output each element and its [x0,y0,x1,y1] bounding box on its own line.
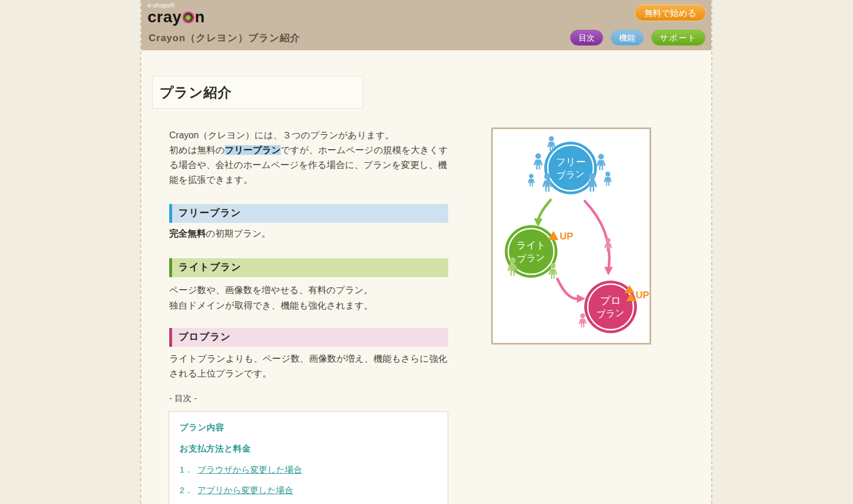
pro-plan-description: ライトプランよりも、ページ数、画像数が増え、機能もさらに強化される上位プランです… [169,351,455,381]
toc-label: - 目次 - [169,393,197,404]
toc-heading-payment[interactable]: お支払方法と料金 [180,443,437,454]
svg-text:UP: UP [560,231,573,242]
toc-link-app-change[interactable]: アプリから変更した場合 [197,485,293,495]
intro-body: 初めは無料のフリープランですが、ホームページの規模を大きくする場合や、会社のホー… [169,143,455,187]
toc-list-item: 1．ブラウザから変更した場合 [180,465,437,475]
pro-plan-heading: プロプラン [169,328,448,347]
free-plan-highlight: フリープラン [225,145,281,155]
free-plan-description: 完全無料の初期プラン。 [169,228,271,240]
browser-viewport: e-shops® crayn Crayon（クレヨン）プラン紹介 無料で始める … [0,0,853,504]
svg-text:プロ: プロ [600,295,621,306]
toc-list-item: 2．アプリから変更した場合 [180,485,437,496]
free-plan-heading: フリープラン [169,204,448,223]
nav-features-button[interactable]: 機能 [611,30,644,46]
nav-support-button[interactable]: サポート [651,30,705,46]
crayon-logo[interactable]: e-shops® crayn [148,2,205,25]
plan-upgrade-diagram: フリー プラン ライト プラン プロ プラン [491,127,651,345]
header-nav: 目次 機能 サポート [570,30,705,46]
plan-diagram-svg: フリー プラン ライト プラン プロ プラン [493,129,649,343]
site-header: e-shops® crayn Crayon（クレヨン）プラン紹介 無料で始める … [141,0,711,50]
page-header-title: Crayon（クレヨン）プラン紹介 [149,31,300,45]
svg-text:フリー: フリー [556,157,585,167]
crayon-wordmark: crayn [148,9,205,25]
light-plan-heading: ライトプラン [169,258,448,277]
toc-heading-plan-contents[interactable]: プラン内容 [180,422,437,433]
toc-link-browser-change[interactable]: ブラウザから変更した場合 [197,465,302,474]
nav-toc-button[interactable]: 目次 [570,30,603,46]
svg-text:ライト: ライト [516,240,546,251]
toc-box: プラン内容 お支払方法と料金 1．ブラウザから変更した場合 2．アプリから変更し… [169,411,448,504]
intro-paragraph: Crayon（クレヨン）には、３つのプランがあります。 初めは無料のフリープラン… [169,128,455,187]
page-column: e-shops® crayn Crayon（クレヨン）プラン紹介 無料で始める … [140,0,712,504]
up-badge-pro: UP [624,285,649,301]
page-title: プラン紹介 [160,83,362,102]
crayon-o-icon [182,11,194,23]
svg-text:UP: UP [636,290,649,301]
arrow-free-to-light [534,200,551,227]
arrow-light-to-pro [557,279,585,303]
light-plan-description: ページ数や、画像数を増やせる、有料のプラン。 独自ドメインが取得でき、機能も強化… [169,282,373,313]
intro-line1: Crayon（クレヨン）には、３つのプランがあります。 [169,128,455,143]
start-free-button[interactable]: 無料で始める [635,5,706,21]
page-title-box: プラン紹介 [152,76,363,109]
